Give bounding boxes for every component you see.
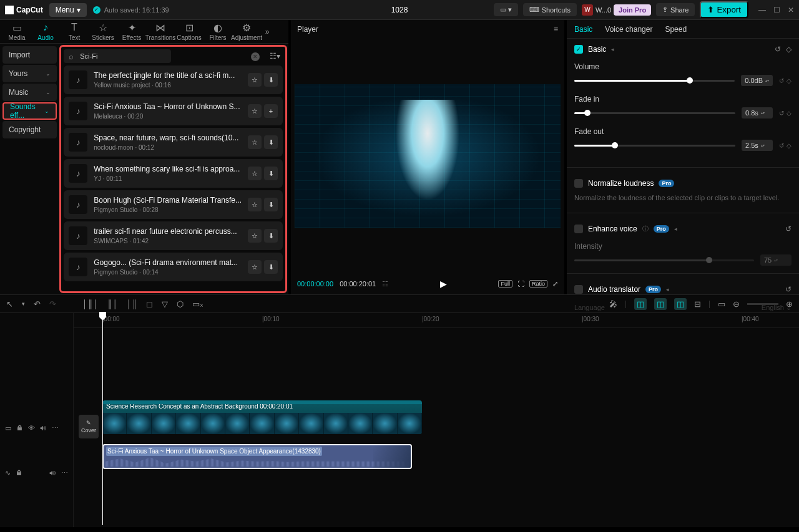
favorite-button[interactable]: ☆ — [248, 73, 262, 87]
sound-item[interactable]: ♪Sci-Fi Anxious Taa ~ Horror of Unknown … — [64, 97, 283, 125]
player-menu-icon[interactable]: ≡ — [554, 25, 558, 34]
reset-icon[interactable]: ↺ — [779, 77, 784, 84]
tab-basic[interactable]: Basic — [574, 21, 592, 37]
tab-transitions[interactable]: ⋈Transitions — [146, 21, 175, 43]
maximize-icon[interactable]: ☐ — [773, 6, 780, 14]
favorite-button[interactable]: ☆ — [248, 104, 262, 118]
split-tool[interactable]: │║│ — [82, 299, 98, 309]
audio-clip[interactable]: Sci-Fi Anxious Taa ~ Horror of Unknown S… — [102, 444, 412, 469]
tab-text[interactable]: TText — [60, 21, 89, 43]
track-icon[interactable]: ▭ — [5, 424, 11, 432]
sound-item[interactable]: ♪The perfect jingle for the title of a s… — [64, 65, 283, 94]
download-button[interactable]: ⬇ — [264, 229, 278, 243]
more-icon[interactable]: ⋯ — [52, 424, 59, 432]
sound-item[interactable]: ♪When something scary like sci-fi is app… — [64, 159, 283, 188]
video-clip[interactable]: Science Research Concept as an Abstract … — [102, 400, 422, 434]
sidebar-music[interactable]: Music⌄ — [2, 84, 57, 101]
enhance-checkbox[interactable] — [574, 225, 583, 233]
download-button[interactable]: ⬇ — [264, 198, 278, 211]
project-title[interactable]: 1028 — [391, 6, 408, 14]
tab-audio[interactable]: ♪Audio — [31, 21, 60, 43]
reset-icon[interactable]: ↺ — [775, 45, 781, 54]
volume-slider[interactable] — [574, 80, 735, 82]
tab-filters[interactable]: ◐Filters — [203, 21, 232, 43]
keyframe-icon[interactable]: ◇ — [787, 77, 792, 84]
chevron-icon[interactable]: ◂ — [674, 226, 677, 232]
more-icon[interactable]: ⋯ — [61, 469, 68, 477]
sidebar-import[interactable]: Import — [2, 46, 57, 64]
pointer-tool[interactable]: ↖ — [6, 299, 13, 309]
search-input[interactable] — [64, 49, 171, 63]
tab-captions[interactable]: ⊡Captions — [175, 21, 203, 43]
close-icon[interactable]: ✕ — [788, 6, 794, 14]
menu-button[interactable]: Menu ▾ — [49, 3, 87, 17]
keyframe-icon[interactable]: ◇ — [787, 110, 792, 117]
favorite-button[interactable]: ☆ — [248, 260, 262, 274]
add-button[interactable]: + — [264, 104, 278, 118]
sound-item[interactable]: ♪Boon Hugh (Sci-Fi Drama Material Transf… — [64, 190, 283, 219]
clear-search-icon[interactable]: ✕ — [251, 52, 260, 61]
trim-left-tool[interactable]: ║│ — [107, 299, 117, 309]
lock-icon[interactable]: 🔒︎ — [16, 424, 23, 432]
volume-value[interactable]: 0.0dB▴▾ — [741, 75, 773, 86]
fadeout-value[interactable]: 2.5s▴▾ — [742, 140, 773, 151]
crop-icon[interactable]: ⛶ — [517, 280, 524, 288]
stepper-icon[interactable]: ▴▾ — [761, 143, 765, 147]
download-button[interactable]: ⬇ — [264, 73, 278, 87]
mute-icon[interactable]: 🔊︎ — [49, 469, 56, 476]
favorite-button[interactable]: ☆ — [248, 198, 262, 211]
playhead[interactable] — [102, 313, 103, 525]
reset-icon[interactable]: ↺ — [785, 225, 792, 233]
tab-voice-changer[interactable]: Voice changer — [605, 21, 652, 37]
shortcuts-button[interactable]: ⌨ Shortcuts — [523, 3, 577, 16]
mute-icon[interactable]: 🔊︎ — [40, 424, 47, 432]
ratio-badge[interactable]: Ratio — [529, 280, 547, 288]
fadein-value[interactable]: 0.8s▴▾ — [742, 107, 773, 118]
favorite-button[interactable]: ☆ — [248, 229, 262, 243]
chevron-icon[interactable]: ◂ — [666, 286, 669, 293]
play-button[interactable]: ▶ — [440, 279, 447, 289]
tab-adjustment[interactable]: ⚙Adjustment — [232, 21, 261, 43]
sound-item[interactable]: ♪Gogogo... (Sci-Fi drama environment mat… — [64, 253, 283, 281]
redo-button[interactable]: ↷ — [49, 299, 56, 309]
undo-button[interactable]: ↶ — [34, 299, 41, 309]
timecode-options-icon[interactable]: ☷ — [382, 280, 388, 288]
favorite-button[interactable]: ☆ — [248, 135, 262, 149]
download-button[interactable]: ⬇ — [264, 260, 278, 274]
tab-speed[interactable]: Speed — [665, 21, 687, 37]
fadeout-slider[interactable] — [574, 145, 735, 147]
chevron-icon[interactable]: ◂ — [611, 46, 614, 52]
translator-checkbox[interactable] — [574, 285, 583, 294]
stepper-icon[interactable]: ▴▾ — [761, 111, 765, 115]
eye-icon[interactable]: 👁︎ — [28, 424, 35, 432]
sidebar-copyright[interactable]: Copyright — [2, 121, 57, 138]
shield-tool[interactable]: ⬡ — [177, 299, 184, 309]
minimize-icon[interactable]: — — [758, 6, 766, 14]
delete-tool[interactable]: ▭ₓ — [192, 299, 203, 309]
sidebar-sounds-effects[interactable]: Sounds eff...⌄ — [2, 102, 57, 120]
filter-icon[interactable]: ☷▾ — [267, 52, 283, 60]
reset-icon[interactable]: ↺ — [785, 285, 792, 294]
basic-checkbox[interactable]: ✓ — [574, 45, 583, 54]
download-button[interactable]: ⬇ — [264, 167, 278, 180]
full-badge[interactable]: Full — [498, 280, 512, 288]
sound-item[interactable]: ♪trailer sci-fi near future electronic p… — [64, 221, 283, 250]
trim-right-tool[interactable]: │║ — [127, 299, 137, 309]
stepper-icon[interactable]: ▴▾ — [765, 79, 769, 82]
download-button[interactable]: ⬇ — [264, 135, 278, 149]
join-pro-badge[interactable]: Join Pro — [614, 4, 651, 16]
fullscreen-icon[interactable]: ⤢ — [552, 280, 558, 288]
layout-button[interactable]: ▭ ▾ — [494, 3, 518, 16]
tab-media[interactable]: ▭Media — [2, 21, 31, 43]
sound-item[interactable]: ♪Space, near future, warp, sci-fi sounds… — [64, 128, 283, 157]
audio-track-icon[interactable]: ∿ — [5, 469, 11, 477]
user-info[interactable]: W W...0 Join Pro — [582, 4, 651, 16]
tool-dropdown[interactable]: ▾ — [22, 301, 25, 307]
share-button[interactable]: ⇪ Share — [656, 3, 695, 16]
crop-tool[interactable]: ◻ — [146, 299, 153, 309]
tab-effects[interactable]: ✦Effects — [117, 21, 146, 43]
reset-icon[interactable]: ↺ — [779, 142, 784, 149]
info-icon[interactable]: ⓘ — [642, 225, 649, 233]
normalize-checkbox[interactable] — [574, 179, 583, 188]
more-tabs-icon[interactable]: » — [261, 27, 273, 36]
